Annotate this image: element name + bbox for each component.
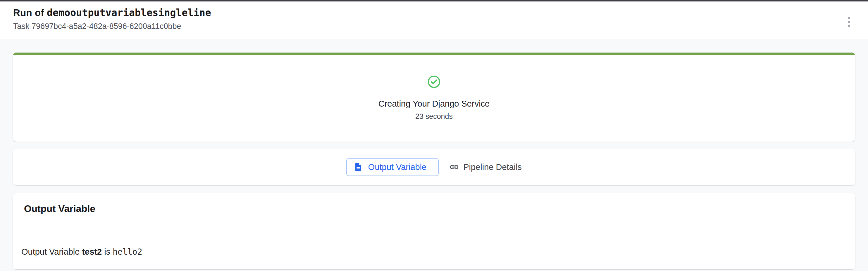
task-id-subtitle: Task 79697bc4-a5a2-482a-8596-6200a11c0bb… bbox=[13, 21, 855, 31]
tab-output-variable-label: Output Variable bbox=[368, 162, 426, 172]
kebab-dot bbox=[848, 16, 850, 19]
run-header: Run of demooutputvariablesingleline Task… bbox=[0, 1, 868, 39]
status-card-body: Creating Your Django Service 23 seconds bbox=[13, 55, 855, 142]
status-title: Creating Your Django Service bbox=[378, 98, 490, 109]
output-variable-heading: Output Variable bbox=[24, 203, 844, 215]
tab-row: Output Variable Pipeline Details bbox=[346, 158, 522, 176]
kebab-dot bbox=[848, 21, 850, 23]
check-circle-icon bbox=[427, 75, 441, 89]
tab-pipeline-details-label: Pipeline Details bbox=[463, 162, 522, 172]
page-title: Run of demooutputvariablesingleline bbox=[13, 7, 855, 19]
output-variable-value: hello2 bbox=[113, 247, 142, 257]
page-title-prefix: Run of bbox=[13, 7, 47, 18]
page-title-run-name: demooutputvariablesingleline bbox=[47, 7, 211, 19]
tab-output-variable[interactable]: Output Variable bbox=[346, 158, 439, 176]
output-variable-line: Output Variable test2 is hello2 bbox=[21, 247, 844, 257]
status-card: Creating Your Django Service 23 seconds bbox=[13, 53, 855, 142]
tabs-card: Output Variable Pipeline Details bbox=[13, 149, 855, 185]
output-variable-name: test2 bbox=[82, 247, 102, 257]
kebab-menu-icon[interactable] bbox=[844, 15, 854, 28]
tab-pipeline-details[interactable]: Pipeline Details bbox=[449, 162, 522, 172]
output-line-connector: is bbox=[102, 247, 113, 257]
output-variable-card: Output Variable Output Variable test2 is… bbox=[13, 193, 855, 269]
document-icon bbox=[353, 162, 363, 172]
output-line-prefix: Output Variable bbox=[21, 247, 82, 257]
main-content: Creating Your Django Service 23 seconds … bbox=[0, 39, 868, 269]
status-success-bar bbox=[13, 53, 855, 55]
kebab-dot bbox=[848, 25, 850, 27]
status-duration: 23 seconds bbox=[415, 112, 453, 121]
link-icon bbox=[449, 162, 459, 172]
